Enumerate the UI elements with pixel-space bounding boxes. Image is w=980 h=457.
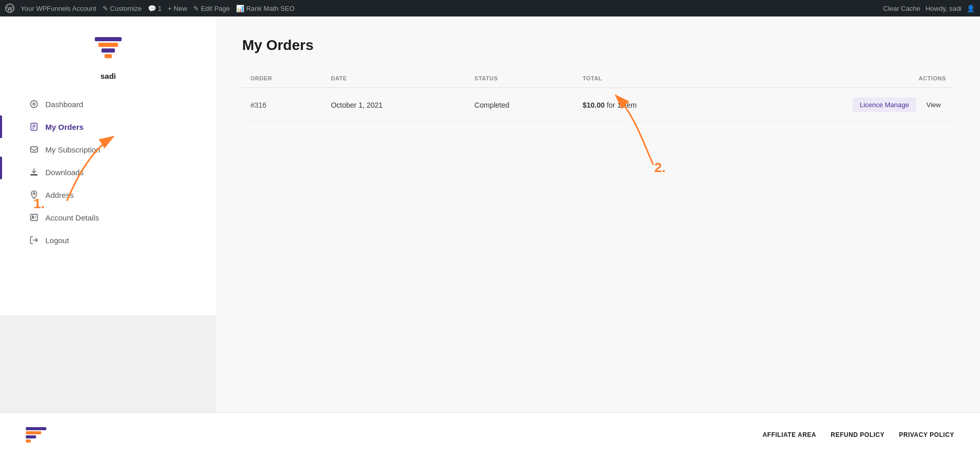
page-title: My Orders [242,37,954,54]
svg-rect-8 [30,147,38,153]
table-row: #316 October 1, 2021 Completed $10.00 fo… [242,88,954,122]
sidebar-item-logout[interactable]: Logout [21,229,196,251]
footer-link-affiliate[interactable]: AFFILIATE AREA [763,431,816,438]
col-date: DATE [323,69,466,88]
orders-icon [29,122,39,132]
col-status: STATUS [466,69,575,88]
page-wrapper: sadi Dashboard My Orders [0,16,980,457]
svg-rect-10 [30,214,38,221]
sidebar-item-address[interactable]: Address [21,183,196,206]
dashboard-icon [29,99,39,109]
sidebar-item-my-orders[interactable]: My Orders [21,115,196,138]
footer-logo-bar-3 [26,435,36,438]
admin-bar-comments[interactable]: 💬 1 [148,5,162,12]
logo-bar-1 [95,37,122,41]
site-footer: AFFILIATE AREA REFUND POLICY PRIVACY POL… [0,412,980,457]
sidebar-label-account-details: Account Details [45,213,99,222]
sidebar-label-logout: Logout [45,236,69,245]
footer-logo [26,427,46,443]
table-header-row: ORDER DATE STATUS TOTAL ACTIONS [242,69,954,88]
nav-menu: Dashboard My Orders My Subscription [0,93,216,251]
admin-bar-rank-math[interactable]: 📊 Rank Math SEO [236,5,295,12]
sidebar-label-dashboard: Dashboard [45,100,83,109]
admin-bar-user[interactable]: Howdy, sadi [925,5,961,12]
sidebar-item-my-subscription[interactable]: My Subscription [21,138,196,161]
order-total: $10.00 for 1 item [575,88,723,122]
footer-link-refund[interactable]: REFUND POLICY [831,431,885,438]
admin-bar-new[interactable]: + New [168,5,187,12]
username: sadi [100,72,116,80]
sidebar-item-downloads[interactable]: Downloads [21,161,196,183]
order-total-amount: $10.00 [583,101,605,109]
logout-icon [29,235,39,245]
orders-table: ORDER DATE STATUS TOTAL ACTIONS #316 Oct… [242,69,954,122]
account-details-icon [29,212,39,223]
view-button[interactable]: View [921,97,946,112]
footer-link-privacy[interactable]: PRIVACY POLICY [899,431,954,438]
wpfunnels-logo [95,37,122,58]
admin-bar-customize[interactable]: ✎ Customize [103,5,142,12]
sidebar-active-indicator [0,157,2,179]
sidebar-item-dashboard[interactable]: Dashboard [21,93,196,115]
footer-logo-bar-2 [26,431,41,434]
order-id: #316 [242,88,323,122]
logo-bar-3 [102,48,115,53]
table-header: ORDER DATE STATUS TOTAL ACTIONS [242,69,954,88]
sidebar-label-downloads: Downloads [45,168,83,177]
svg-point-2 [30,100,38,108]
main-content: My Orders ORDER DATE STATUS TOTAL ACTION… [216,16,980,412]
logo-bar-4 [105,54,112,58]
wordpress-icon: W [5,4,14,13]
sidebar-item-account-details[interactable]: Account Details [21,206,196,229]
site-name[interactable]: Your WPFunnels Account [21,5,96,12]
sidebar: sadi Dashboard My Orders [0,16,216,315]
admin-bar-right: Clear Cache Howdy, sadi 👤 [883,5,975,12]
order-actions: Licence Manage View [723,88,954,122]
footer-logo-bar-4 [26,439,31,443]
col-order: ORDER [242,69,323,88]
table-body: #316 October 1, 2021 Completed $10.00 fo… [242,88,954,122]
order-date: October 1, 2021 [323,88,466,122]
svg-point-9 [33,193,35,195]
order-total-suffix: for 1 item [606,101,636,109]
address-icon [29,190,39,200]
downloads-icon [29,167,39,177]
licence-manage-button[interactable]: Licence Manage [853,97,916,112]
admin-bar-clear-cache[interactable]: Clear Cache [883,5,920,12]
footer-logo-bar-1 [26,427,46,430]
col-actions: ACTIONS [723,69,954,88]
svg-point-11 [32,216,33,217]
sidebar-label-my-subscription: My Subscription [45,145,100,154]
subscription-icon [29,144,39,155]
svg-text:W: W [7,6,13,12]
admin-bar-avatar[interactable]: 👤 [967,5,975,12]
footer-links: AFFILIATE AREA REFUND POLICY PRIVACY POL… [763,431,954,438]
sidebar-wrapper: sadi Dashboard My Orders [0,16,216,412]
sidebar-label-my-orders: My Orders [45,123,83,131]
admin-bar-edit-page[interactable]: ✎ Edit Page [193,5,230,12]
logo-bars [95,37,122,58]
logo-bar-2 [98,43,118,47]
order-status: Completed [466,88,575,122]
order-number: #316 [250,101,266,109]
sidebar-label-address: Address [45,191,74,199]
content-area: sadi Dashboard My Orders [0,16,980,412]
svg-point-3 [33,103,36,106]
admin-bar: W Your WPFunnels Account ✎ Customize 💬 1… [0,0,980,16]
col-total: TOTAL [575,69,723,88]
